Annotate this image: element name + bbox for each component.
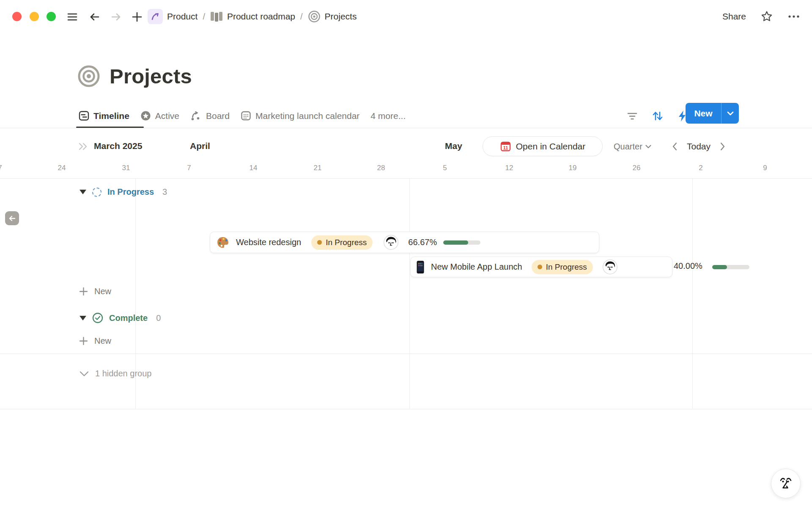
tab-label: Marketing launch calendar (255, 111, 359, 121)
new-page-icon[interactable] (130, 10, 144, 24)
status-badge: In Progress (311, 235, 373, 250)
scroll-to-month-icon[interactable] (78, 142, 89, 151)
date-tick: 31 (122, 164, 130, 172)
assignee-avatar (603, 260, 617, 274)
chevron-down-icon (79, 370, 90, 377)
assignee-avatar (384, 235, 398, 250)
group-count: 3 (162, 187, 167, 197)
group-name[interactable]: Complete (109, 313, 148, 323)
arrow-left-icon (8, 214, 16, 223)
date-tick: 12 (505, 164, 513, 172)
star-circle-icon (140, 110, 151, 121)
page-title: Projects (110, 64, 192, 88)
zoom-level-label: Quarter (614, 142, 642, 152)
status-dot-icon (538, 265, 542, 269)
ai-face-icon (777, 474, 795, 493)
month-label[interactable]: April (190, 141, 210, 151)
target-icon[interactable] (77, 65, 100, 88)
breadcrumb-item-projects[interactable]: Projects (325, 11, 357, 22)
back-icon[interactable] (88, 10, 102, 24)
timeline-body: In Progress 3 Website redesign In Progre… (0, 179, 812, 409)
mobile-phone-icon (416, 260, 425, 274)
progress-percent: 40.00% (674, 261, 702, 271)
group-count: 0 (156, 313, 161, 323)
calendar-icon (241, 110, 251, 121)
add-new-item-button[interactable]: New (79, 287, 111, 296)
breadcrumb-item-product-roadmap[interactable]: Product roadmap (227, 11, 295, 22)
date-tick: 7 (0, 164, 2, 172)
add-new-item-button[interactable]: New (79, 336, 111, 346)
collapse-triangle-icon[interactable] (80, 190, 86, 194)
sort-icon[interactable] (652, 110, 664, 121)
bar-title: New Mobile App Launch (431, 262, 522, 272)
tab-timeline[interactable]: Timeline (79, 110, 129, 121)
palette-icon (216, 236, 230, 249)
more-options-icon[interactable] (787, 14, 800, 19)
prev-period-icon[interactable] (672, 142, 678, 151)
minimize-window-button[interactable] (30, 12, 39, 21)
sidebar-menu-icon[interactable] (66, 10, 79, 24)
tabs-more-button[interactable]: 4 more... (370, 111, 406, 121)
group-header-complete: Complete 0 (80, 312, 161, 323)
group-header-in-progress: In Progress 3 (80, 187, 167, 197)
target-icon (308, 10, 321, 23)
new-row-label: New (94, 336, 111, 346)
collapse-triangle-icon[interactable] (80, 316, 86, 320)
breadcrumb-separator: / (202, 12, 206, 22)
close-window-button[interactable] (12, 12, 22, 21)
hidden-group-separator (0, 353, 812, 354)
new-dropdown-button[interactable] (721, 103, 739, 124)
month-gridline (409, 179, 410, 409)
timeline-zoom-select[interactable]: Quarter (614, 128, 652, 165)
forward-icon[interactable] (109, 10, 123, 24)
notion-window: Product / Product roadmap / Projects Sha… (0, 0, 812, 508)
new-button[interactable]: New (686, 103, 721, 124)
page-header: Projects (77, 64, 192, 88)
red-calendar-icon: 11 (500, 141, 511, 152)
tab-marketing-launch-calendar[interactable]: Marketing launch calendar (241, 110, 359, 121)
group-name[interactable]: In Progress (107, 187, 154, 197)
complete-status-icon (92, 312, 103, 323)
timeline-header: March 2025 April May 11 Open in Calendar… (0, 128, 812, 179)
plus-icon (79, 336, 88, 346)
breadcrumb-separator: / (299, 12, 304, 22)
date-tick: 2 (699, 164, 702, 172)
zoom-window-button[interactable] (47, 12, 56, 21)
status-badge: In Progress (532, 260, 593, 274)
timeline-bar-website-redesign[interactable]: Website redesign In Progress 66.67% (210, 232, 599, 253)
open-in-calendar-button[interactable]: 11 Open in Calendar (483, 136, 603, 156)
breadcrumb: Product / Product roadmap / Projects (148, 0, 357, 33)
tab-label: Board (206, 111, 230, 121)
top-bar: Product / Product roadmap / Projects Sha… (0, 0, 812, 33)
progress-percent: 66.67% (408, 237, 437, 247)
timeline-bar-new-mobile-app-launch[interactable]: New Mobile App Launch In Progress (410, 257, 672, 277)
scroll-back-button[interactable] (5, 211, 19, 225)
share-button[interactable]: Share (722, 11, 746, 22)
hidden-group-label: 1 hidden group (95, 369, 151, 378)
month-label[interactable]: March 2025 (94, 141, 142, 151)
open-in-calendar-label: Open in Calendar (516, 141, 586, 152)
filter-icon[interactable] (627, 111, 638, 121)
plus-icon (79, 287, 88, 296)
tab-board[interactable]: Board (190, 110, 230, 121)
date-tick: 28 (377, 164, 385, 172)
today-button[interactable]: Today (687, 141, 710, 152)
status-label: In Progress (326, 238, 367, 247)
active-tab-underline (76, 127, 144, 128)
favorite-star-icon[interactable] (760, 10, 773, 23)
progress-bar (712, 265, 749, 269)
date-tick: 21 (314, 164, 322, 172)
date-tick: 14 (250, 164, 258, 172)
notion-ai-button[interactable] (771, 469, 801, 498)
date-tick: 5 (443, 164, 447, 172)
launch-arrow-icon (148, 9, 163, 24)
progress-bar (443, 240, 480, 245)
bar-title: Website redesign (236, 237, 301, 247)
tab-label: Timeline (93, 111, 129, 121)
hidden-group-toggle[interactable]: 1 hidden group (79, 369, 151, 378)
tab-active[interactable]: Active (140, 110, 179, 121)
next-period-icon[interactable] (720, 142, 726, 151)
date-tick: 9 (763, 164, 767, 172)
month-label[interactable]: May (445, 141, 462, 151)
breadcrumb-item-product[interactable]: Product (167, 11, 198, 22)
